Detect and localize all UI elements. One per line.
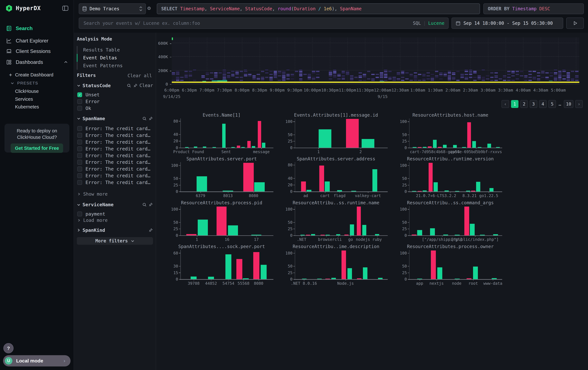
heatmap-cell xyxy=(282,77,285,78)
presets-toggle[interactable]: PRESETS xyxy=(0,80,74,87)
pin-icon[interactable] xyxy=(148,228,153,232)
help-button[interactable]: ? xyxy=(3,343,13,353)
page-button-1[interactable]: 1 xyxy=(511,100,519,108)
filter-option[interactable]: Error: The credit card (… xyxy=(77,152,153,159)
sql-select-editor[interactable]: SELECT Timestamp, ServiceName, StatusCod… xyxy=(157,3,480,14)
search-input[interactable] xyxy=(83,20,413,26)
analysis-mode-option[interactable]: Results Table xyxy=(77,46,152,54)
y-axis-tick xyxy=(179,165,180,166)
page-button-3[interactable]: 3 xyxy=(530,100,537,108)
filter-group-name[interactable]: StatusCode xyxy=(83,83,111,88)
events-heatmap[interactable] xyxy=(172,38,579,84)
gear-icon[interactable]: ⚙ xyxy=(147,5,151,11)
checkbox-checked-icon[interactable]: ✓ xyxy=(77,92,82,97)
sidebar-item-client-sessions[interactable]: Client Sessions xyxy=(0,46,74,57)
filter-group-name[interactable]: ServiceName xyxy=(83,202,114,207)
show-more-link[interactable]: Show more xyxy=(77,191,108,197)
mini-chart-7[interactable]: ResourceAttributes.process.pid0255010011… xyxy=(167,200,276,242)
run-query-button[interactable] xyxy=(566,18,584,29)
pin-icon[interactable] xyxy=(133,83,138,88)
filter-group-name[interactable]: SpanName xyxy=(83,116,105,121)
checkbox-icon[interactable] xyxy=(77,180,82,185)
sidebar-item-search[interactable]: Search xyxy=(0,23,74,34)
checkbox-icon[interactable] xyxy=(77,160,82,165)
checkbox-icon[interactable] xyxy=(77,211,82,216)
mini-chart-5[interactable]: SpanAttributes.server.address0204080adca… xyxy=(281,156,391,198)
chevron-down-icon[interactable] xyxy=(77,84,81,87)
filter-option[interactable]: Error: The credit card (… xyxy=(77,159,153,166)
get-started-button[interactable]: Get Started for Free xyxy=(11,143,63,153)
pin-icon[interactable] xyxy=(148,202,153,207)
filter-option[interactable]: Error: The credit card (… xyxy=(77,145,153,152)
pin-icon[interactable] xyxy=(148,116,153,121)
checkbox-icon[interactable] xyxy=(77,133,82,138)
sidebar-item-dashboards[interactable]: Dashboards xyxy=(0,57,74,67)
order-by-editor[interactable]: ORDER BY Timestamp DESC xyxy=(483,3,584,14)
filter-option[interactable]: Error: The credit card (… xyxy=(77,139,153,145)
checkbox-icon[interactable] xyxy=(77,126,82,131)
clear-all-filters-button[interactable]: Clear all xyxy=(127,73,152,78)
page-button-5[interactable]: 5 xyxy=(548,100,556,108)
checkbox-icon[interactable] xyxy=(77,99,82,104)
checkbox-icon[interactable] xyxy=(77,106,82,111)
heatmap-cell xyxy=(465,70,468,70)
search-icon[interactable] xyxy=(142,202,147,207)
sql-mode-toggle[interactable]: SQL xyxy=(413,20,421,26)
checkbox-icon[interactable] xyxy=(77,140,82,144)
source-select[interactable]: Demo Traces xyxy=(79,3,146,14)
mini-chart-10[interactable]: SpanAttributes....sock.peer.port01530603… xyxy=(167,244,276,286)
filter-option[interactable]: Error: The credit card (… xyxy=(77,125,153,132)
checkbox-icon[interactable] xyxy=(77,153,82,158)
sidebar-item-chart-explorer[interactable]: Chart Explorer xyxy=(0,36,74,46)
page-prev-button[interactable]: ‹ xyxy=(502,100,509,108)
mini-chart-11[interactable]: ResourceAttribu..ime.description02550100… xyxy=(281,244,391,286)
analysis-mode-option[interactable]: Event Patterns xyxy=(77,62,152,70)
chevron-up-icon[interactable] xyxy=(64,60,68,64)
load-more-link[interactable]: Load more xyxy=(77,218,108,223)
chevron-down-icon[interactable] xyxy=(77,117,81,120)
filter-option[interactable]: Error: The credit card (… xyxy=(77,172,153,179)
x-axis-label: ["public/index.php"] xyxy=(447,237,503,242)
mini-chart-6[interactable]: ResourceAttribu..runtime.version02550100… xyxy=(396,156,505,198)
mini-chart-12[interactable]: ResourceAttributes.process.owner02550100… xyxy=(396,244,505,286)
filter-option[interactable]: Error: The credit card (… xyxy=(77,179,153,186)
filter-option[interactable]: Ok xyxy=(77,105,153,112)
search-icon[interactable] xyxy=(142,116,147,121)
page-next-button[interactable]: › xyxy=(575,100,583,108)
page-button-4[interactable]: 4 xyxy=(539,100,547,108)
date-range-picker[interactable]: Sep 14 18:00:00 - Sep 15 05:30:00 xyxy=(452,18,563,29)
create-dashboard-button[interactable]: + Create Dashboard xyxy=(0,71,74,79)
heatmap-cell xyxy=(537,72,540,73)
page-button-10[interactable]: 10 xyxy=(564,100,574,108)
checkbox-icon[interactable] xyxy=(77,146,82,151)
lucene-mode-toggle[interactable]: Lucene xyxy=(428,20,444,26)
filter-option[interactable]: payment xyxy=(77,210,153,217)
mini-chart-3[interactable]: ResourceAttributes.host.name02550100cart… xyxy=(396,112,505,154)
analysis-mode-option[interactable]: Event Deltas xyxy=(77,54,152,62)
search-icon[interactable] xyxy=(127,83,131,88)
page-button-2[interactable]: 2 xyxy=(520,100,528,108)
more-filters-button[interactable]: More filters xyxy=(77,237,153,245)
mini-chart-8[interactable]: ResourceAttribu..ss.runtime.name02550100… xyxy=(281,200,391,242)
heatmap-cell xyxy=(448,77,451,78)
chevron-down-icon[interactable] xyxy=(77,203,81,207)
chevron-right-icon[interactable] xyxy=(77,228,81,232)
checkbox-icon[interactable] xyxy=(77,173,82,178)
checkbox-icon[interactable] xyxy=(77,167,82,171)
filter-option[interactable]: ✓Unset xyxy=(77,91,153,98)
collapse-sidebar-icon[interactable] xyxy=(62,6,68,11)
filter-option[interactable]: Error xyxy=(77,98,153,105)
mini-chart-1[interactable]: Events.Name[1]0204080Product FoundSentme… xyxy=(167,112,276,154)
local-mode-menu[interactable]: U Local mode › xyxy=(3,355,71,366)
filter-option[interactable]: Error: The credit card (… xyxy=(77,166,153,172)
sidebar-item-clickhouse[interactable]: ClickHouse xyxy=(0,87,74,95)
filter-option[interactable]: Error: The credit card (… xyxy=(77,132,153,139)
sidebar-item-services[interactable]: Services xyxy=(0,95,74,103)
x-axis-tick xyxy=(259,280,259,280)
filter-group-name[interactable]: SpanKind xyxy=(83,228,105,233)
heatmap-cell xyxy=(482,80,485,81)
mini-chart-9[interactable]: ResourceAttribu..ss.command_args02550100… xyxy=(396,200,505,242)
sidebar-item-kubernetes[interactable]: Kubernetes xyxy=(0,103,74,111)
mini-chart-2[interactable]: Events.Attributes[1].message.id025501001… xyxy=(281,112,391,154)
mini-chart-4[interactable]: SpanAttributes.server.port02550100637980… xyxy=(167,156,276,198)
